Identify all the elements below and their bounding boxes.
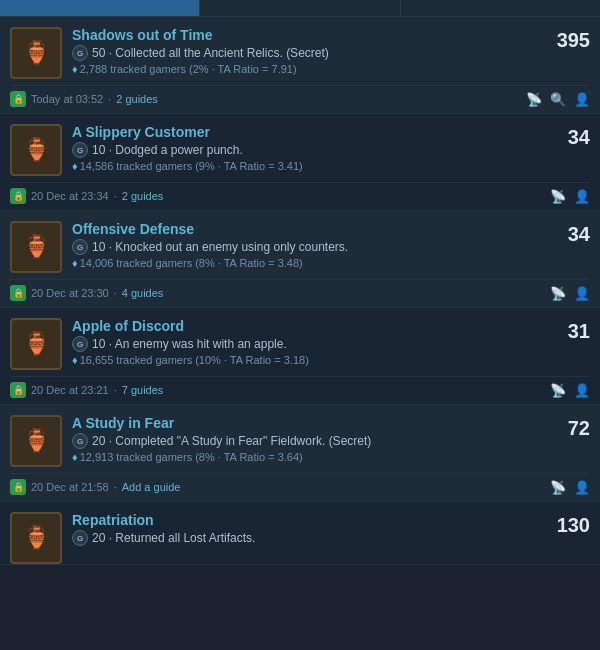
row-top: 🏺 Shadows out of Time G 50 · Collected a… bbox=[10, 27, 590, 79]
tab-won[interactable] bbox=[200, 0, 400, 16]
separator: · bbox=[114, 287, 117, 299]
achievement-guides[interactable]: 2 guides bbox=[122, 190, 164, 202]
separator: · bbox=[114, 190, 117, 202]
achievement-title: A Slippery Customer bbox=[72, 124, 542, 140]
lock-icon: 🔒 bbox=[10, 188, 26, 204]
achievement-gs-badge: G bbox=[72, 433, 88, 449]
rss-icon[interactable]: 📡 bbox=[526, 92, 542, 107]
achievement-list: 🏺 Shadows out of Time G 50 · Collected a… bbox=[0, 17, 600, 565]
rss-icon[interactable]: 📡 bbox=[550, 383, 566, 398]
separator: · bbox=[108, 93, 111, 105]
achievement-info: Shadows out of Time G 50 · Collected all… bbox=[72, 27, 542, 75]
row-bottom: 🔒 20 Dec at 23:21 · 7 guides 📡 👤 bbox=[10, 376, 590, 404]
rss-icon[interactable]: 📡 bbox=[550, 480, 566, 495]
achievement-title: Shadows out of Time bbox=[72, 27, 542, 43]
person-icon[interactable]: 👤 bbox=[574, 480, 590, 495]
achievement-guides[interactable]: 7 guides bbox=[122, 384, 164, 396]
achievement-title: Repatriation bbox=[72, 512, 542, 528]
achievement-row[interactable]: 🏺 Offensive Defense G 10 · Knocked out a… bbox=[0, 211, 600, 308]
achievement-row[interactable]: 🏺 Apple of Discord G 10 · An enemy was h… bbox=[0, 308, 600, 405]
lock-icon: 🔒 bbox=[10, 382, 26, 398]
separator: · bbox=[114, 481, 117, 493]
tab-all[interactable] bbox=[0, 0, 200, 16]
achievement-guides[interactable]: 4 guides bbox=[122, 287, 164, 299]
lock-icon: 🔒 bbox=[10, 91, 26, 107]
row-bottom-right: 📡 👤 bbox=[550, 286, 590, 301]
row-top: 🏺 Repatriation G 20 · Returned all Lost … bbox=[10, 512, 590, 564]
achievement-tracked: ♦16,655 tracked gamers (10% · TA Ratio =… bbox=[72, 354, 542, 366]
achievement-secret: (Secret) bbox=[286, 46, 329, 60]
row-bottom-right: 📡 👤 bbox=[550, 480, 590, 495]
row-top: 🏺 A Study in Fear G 20 · Completed "A St… bbox=[10, 415, 590, 467]
row-bottom-left: 🔒 20 Dec at 23:34 · 2 guides bbox=[10, 188, 163, 204]
achievement-row[interactable]: 🏺 Repatriation G 20 · Returned all Lost … bbox=[0, 502, 600, 565]
achievement-info: Apple of Discord G 10 · An enemy was hit… bbox=[72, 318, 542, 366]
achievement-row[interactable]: 🏺 A Slippery Customer G 10 · Dodged a po… bbox=[0, 114, 600, 211]
person-icon[interactable]: 👤 bbox=[574, 383, 590, 398]
achievement-score: 72 bbox=[552, 415, 590, 440]
achievement-info: Repatriation G 20 · Returned all Lost Ar… bbox=[72, 512, 542, 548]
row-bottom-left: 🔒 20 Dec at 23:30 · 4 guides bbox=[10, 285, 163, 301]
achievement-thumb: 🏺 bbox=[10, 512, 62, 564]
achievement-gs-badge: G bbox=[72, 530, 88, 546]
row-bottom-right: 📡 👤 bbox=[550, 189, 590, 204]
achievement-info: A Study in Fear G 20 · Completed "A Stud… bbox=[72, 415, 542, 463]
tab-bar bbox=[0, 0, 600, 17]
row-bottom: 🔒 Today at 03:52 · 2 guides 📡 🔍 👤 bbox=[10, 85, 590, 113]
row-bottom-right: 📡 🔍 👤 bbox=[526, 92, 590, 107]
achievement-thumb: 🏺 bbox=[10, 318, 62, 370]
achievement-tracked: ♦14,006 tracked gamers (8% · TA Ratio = … bbox=[72, 257, 542, 269]
achievement-thumb: 🏺 bbox=[10, 415, 62, 467]
row-bottom: 🔒 20 Dec at 21:58 · Add a guide 📡 👤 bbox=[10, 473, 590, 501]
rss-icon[interactable]: 📡 bbox=[550, 189, 566, 204]
achievement-desc-line: G 20 · Returned all Lost Artifacts. bbox=[72, 530, 542, 546]
row-top: 🏺 Apple of Discord G 10 · An enemy was h… bbox=[10, 318, 590, 370]
person-icon[interactable]: 👤 bbox=[574, 92, 590, 107]
achievement-score: 395 bbox=[552, 27, 590, 52]
tab-not-won[interactable] bbox=[401, 0, 600, 16]
row-top: 🏺 Offensive Defense G 10 · Knocked out a… bbox=[10, 221, 590, 273]
achievement-desc-line: G 50 · Collected all the Ancient Relics.… bbox=[72, 45, 542, 61]
person-icon[interactable]: 👤 bbox=[574, 286, 590, 301]
person-icon[interactable]: 👤 bbox=[574, 189, 590, 204]
achievement-info: A Slippery Customer G 10 · Dodged a powe… bbox=[72, 124, 542, 172]
achievement-date: 20 Dec at 21:58 bbox=[31, 481, 109, 493]
achievement-desc-line: G 10 · An enemy was hit with an apple. bbox=[72, 336, 542, 352]
achievement-title: A Study in Fear bbox=[72, 415, 542, 431]
achievement-title: Apple of Discord bbox=[72, 318, 542, 334]
achievement-desc-line: G 20 · Completed "A Study in Fear" Field… bbox=[72, 433, 542, 449]
rss-icon[interactable]: 📡 bbox=[550, 286, 566, 301]
achievement-row[interactable]: 🏺 Shadows out of Time G 50 · Collected a… bbox=[0, 17, 600, 114]
achievement-gs-badge: G bbox=[72, 336, 88, 352]
achievement-date: Today at 03:52 bbox=[31, 93, 103, 105]
achievement-desc-highlight: Collected all the Ancient Relics. bbox=[115, 46, 282, 60]
separator: · bbox=[114, 384, 117, 396]
achievement-tracked: ♦14,586 tracked gamers (9% · TA Ratio = … bbox=[72, 160, 542, 172]
achievement-gs-badge: G bbox=[72, 239, 88, 255]
achievement-score: 31 bbox=[552, 318, 590, 343]
achievement-score: 130 bbox=[552, 512, 590, 537]
achievement-score: 34 bbox=[552, 221, 590, 246]
achievement-row[interactable]: 🏺 A Study in Fear G 20 · Completed "A St… bbox=[0, 405, 600, 502]
achievement-score: 34 bbox=[552, 124, 590, 149]
achievement-guides[interactable]: 2 guides bbox=[116, 93, 158, 105]
achievement-date: 20 Dec at 23:30 bbox=[31, 287, 109, 299]
achievement-info: Offensive Defense G 10 · Knocked out an … bbox=[72, 221, 542, 269]
row-bottom-left: 🔒 Today at 03:52 · 2 guides bbox=[10, 91, 158, 107]
achievement-guides[interactable]: Add a guide bbox=[122, 481, 181, 493]
row-bottom-left: 🔒 20 Dec at 23:21 · 7 guides bbox=[10, 382, 163, 398]
search-icon[interactable]: 🔍 bbox=[550, 92, 566, 107]
row-bottom-left: 🔒 20 Dec at 21:58 · Add a guide bbox=[10, 479, 180, 495]
achievement-thumb: 🏺 bbox=[10, 221, 62, 273]
achievement-gs-badge: G bbox=[72, 142, 88, 158]
row-bottom-right: 📡 👤 bbox=[550, 383, 590, 398]
achievement-desc-line: G 10 · Dodged a power punch. bbox=[72, 142, 542, 158]
achievement-thumb: 🏺 bbox=[10, 124, 62, 176]
row-bottom: 🔒 20 Dec at 23:30 · 4 guides 📡 👤 bbox=[10, 279, 590, 307]
row-bottom: 🔒 20 Dec at 23:34 · 2 guides 📡 👤 bbox=[10, 182, 590, 210]
achievement-date: 20 Dec at 23:34 bbox=[31, 190, 109, 202]
achievement-date: 20 Dec at 23:21 bbox=[31, 384, 109, 396]
achievement-desc-line: G 10 · Knocked out an enemy using only c… bbox=[72, 239, 542, 255]
lock-icon: 🔒 bbox=[10, 285, 26, 301]
row-top: 🏺 A Slippery Customer G 10 · Dodged a po… bbox=[10, 124, 590, 176]
